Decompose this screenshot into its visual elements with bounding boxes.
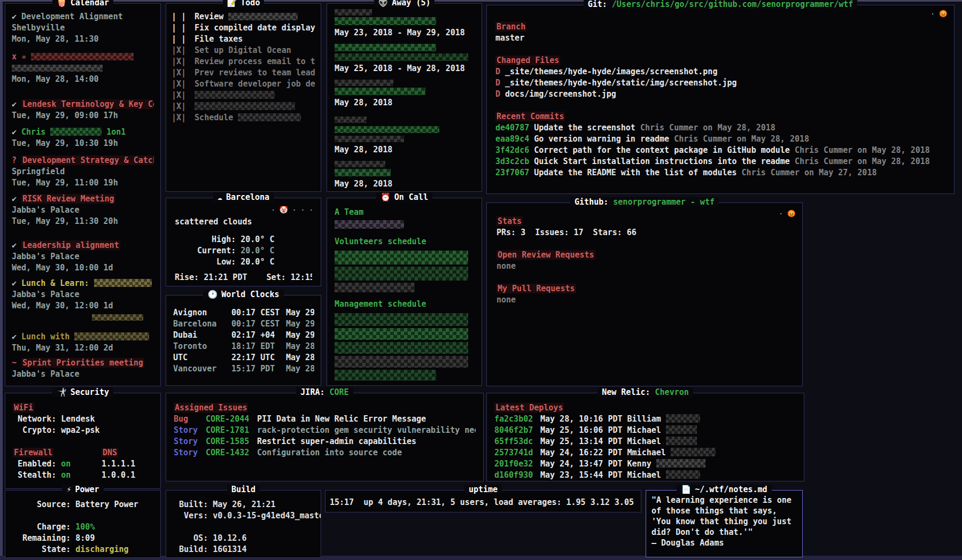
todo-item[interactable]: | |File taxes [172,34,315,45]
wifi-crypto-row: Crypto: wpa2-psk [13,425,153,436]
away-entry[interactable]: May 28, 2018 [335,80,474,108]
calendar-event[interactable]: ✔ Lunch & Learn: Jabba's Palace Wed, May… [12,278,154,323]
wifi-network-row: Network: Lendesk [13,414,153,425]
redacted-block [335,267,468,281]
alarm-clock-icon: ⏰ [381,192,391,202]
notes-quote[interactable]: "A learning experience is one of those t… [651,495,798,538]
build-panel-title: Build [166,485,321,494]
github-open-reviews-label: Open Review Requests [496,250,595,260]
document-icon: 📄 [681,485,691,494]
firewall-enabled-row: Enabled: on1.1.1.1 [13,458,153,470]
security-panel: 🤺Security WiFi Network: Lendesk Crypto: … [5,393,161,489]
lightning-icon: ⚡ [66,485,71,494]
git-changed-files-label: Changed Files [495,56,560,65]
calendar-event[interactable]: ✔ Development Alignment Shelbyville Mon,… [12,11,154,45]
git-commit-row[interactable]: de40787 Update the screenshot Chris Cumm… [495,122,945,134]
git-file-row[interactable]: D _site/themes/hyde-hyde/static/img/scre… [495,77,945,89]
away-panel-title: 👽Away (5) [327,0,482,7]
away-entry[interactable]: May 28, 2018 [335,161,474,190]
latest-deploys-label: Latest Deploys [494,403,564,413]
todo-item[interactable]: |X| [172,101,315,112]
github-panel-title: Github: senorprogrammer - wtf [487,197,802,207]
calendar-event[interactable]: ~ Sprint Priorities meeting Jabba's Pala… [12,357,154,380]
github-pager[interactable]: · 😡 [779,209,796,217]
world-clocks-panel-title: 🕐World Clocks [166,290,321,299]
uptime-panel: uptime 15:17 up 4 days, 21:31, 5 users, … [325,490,641,512]
git-commit-row[interactable]: 23f7067 Update the README with the list … [495,167,945,178]
calendar-event[interactable]: ✔ RISK Review Meeting Jabba's Palace Tue… [12,193,154,227]
deploy-row[interactable]: 2573741dMay 24, 16:22 PDT Mmichael [494,447,796,458]
calendar-panel: 🍿Calendar ✔ Development Alignment Shelby… [5,3,161,386]
redacted-block [195,102,295,110]
new-relic-panel: New Relic: Chevron Latest Deploys fa2c3b… [486,393,804,481]
on-call-panel-title: ⏰On Call [327,192,482,202]
jira-issue-row[interactable]: StoryCORE-1781rack-protection gem securi… [174,425,476,436]
git-commit-row[interactable]: eaa89c4 Go version warning in readme Chr… [495,134,945,145]
todo-item[interactable]: |X|Software developer job desc [172,79,315,90]
jira-issue-row[interactable]: StoryCORE-1432Configuration into source … [174,447,476,458]
weather-current: Current: 20.0° C [175,245,312,256]
redacted-block [335,53,468,61]
deploy-row[interactable]: fa2c3b02May 28, 10:16 PDT Billiam [494,414,796,425]
weather-condition: scattered clouds [175,216,312,228]
on-call-volunteers-label: Volunteers schedule [335,236,474,247]
on-call-management-label: Management schedule [335,299,474,310]
deploy-row[interactable]: 8046f2b7May 25, 16:06 PDT Michael [494,425,796,436]
git-file-row[interactable]: D _site/themes/hyde-hyde/images/screensh… [495,66,945,77]
away-entry[interactable]: May 28, 2018 [335,114,474,155]
calendar-event[interactable]: ? Development Strategy & Catch U Springf… [12,155,154,189]
redacted-block [666,425,697,434]
jira-panel-title: JIRA: CORE [166,387,483,397]
deploy-row[interactable]: 201f0e32May 24, 13:47 PDT Kenny [494,458,796,470]
redacted-block [335,220,404,229]
todo-item[interactable]: |X|Review process email to team [172,56,315,67]
popcorn-icon: 🍿 [57,0,67,7]
clock-row: Toronto18:17 EDTMay 28 [173,341,314,352]
redacted-block [335,370,436,380]
git-commit-row[interactable]: 3f42dc6 Correct path for the context pac… [495,145,945,156]
deploy-row[interactable]: d160f930May 23, 15:44 PDT Michael [494,470,796,481]
todo-item[interactable]: | |Review [172,11,315,22]
clown-face-pager-icon: · 🤡 · · · [271,206,313,214]
clock-row: Barcelona00:17 CESTMay 29 [173,318,314,330]
redacted-block [666,437,697,445]
git-commit-row[interactable]: 3d3c2cb Quick Start installation instruc… [495,156,945,167]
clock-row: Vancouver15:17 PDTMay 28 [173,363,314,375]
todo-item[interactable]: | |Fix compiled date display bug [172,22,315,34]
todo-item[interactable]: |X|Schedule [172,112,315,123]
notes-author[interactable]: – Douglas Adams [651,538,798,548]
redacted-block [335,342,468,354]
away-entry[interactable]: May 25, 2018 - May 28, 2018 [335,44,474,74]
firewall-stealth-row: Stealth: on1.0.0.1 [13,470,153,481]
power-remaining-row: Remaining:8:09 [22,533,160,544]
alien-icon: 👽 [378,0,389,7]
github-pull-requests-value: none [496,294,793,306]
todo-item[interactable]: |X|Set up Digital Ocean [172,45,315,56]
away-entry[interactable]: May 23, 2018 - May 29, 2018 [335,9,474,38]
build-panel: Build Built: May 26, 21:21 Vers: v0.0.3-… [166,490,321,558]
git-panel: Git: /Users/chris/go/src/github.com/seno… [486,5,955,194]
git-pager[interactable]: · 😡 [930,10,948,18]
calendar-event[interactable]: ✔ Lunch with Thu, May 31, 12:00 2d [12,331,154,354]
angry-face-pager-icon: · 😡 [779,209,796,217]
weather-sun-times: Rise: 21:21 PDT Set: 12:15 PDT [175,272,312,283]
github-panel: Github: senorprogrammer - wtf · 😡 Stats … [486,203,803,386]
git-file-row[interactable]: D docs/img/screenshot.jpg [495,89,945,100]
redacted-block [335,356,468,368]
angry-face-pager-icon: · 😡 [930,10,948,18]
calendar-event[interactable]: ✔ Leadership alignment Jabba's Palace We… [12,240,154,274]
calendar-event[interactable]: ✔ Chris 1on1 Tue, May 29, 10:30 19h [12,127,154,149]
weather-high: High: 20.0° C [175,234,312,245]
github-stats-line: PRs: 3 Issues: 17 Stars: 66 [496,227,793,238]
calendar-event[interactable]: ✔ Lendesk Terminology & Key Conc Tue, Ma… [12,99,154,121]
deploy-row[interactable]: 65ff53dcMay 25, 13:14 PDT Michael [494,436,796,447]
jira-issue-row[interactable]: StoryCORE-1585Restrict super-admin capab… [174,436,476,447]
redacted-block [335,136,404,142]
git-branch-value: master [495,33,945,44]
todo-item[interactable]: |X| [172,90,315,101]
redacted-block [228,13,298,20]
jira-issue-row[interactable]: BugCORE-2044PII Data in New Relic Error … [174,414,476,425]
calendar-event[interactable]: x ✳ Mon, May 28, 14:00 [12,51,154,85]
todo-item[interactable]: |X|Prev reviews to team leads [172,67,315,79]
weather-pager[interactable]: · 🤡 · · · [271,206,313,214]
